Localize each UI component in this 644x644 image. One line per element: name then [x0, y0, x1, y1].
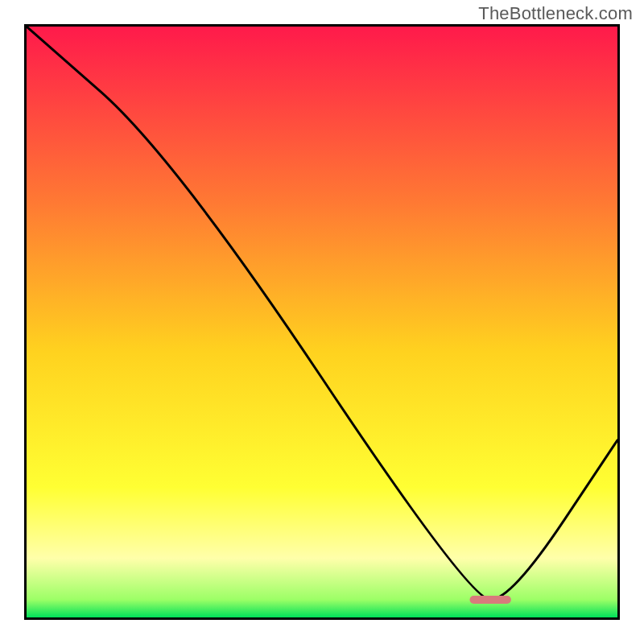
- plot-svg: [27, 27, 617, 617]
- watermark-label: TheBottleneck.com: [478, 3, 633, 24]
- gradient-background: [27, 27, 617, 617]
- optimal-range-marker: [470, 596, 511, 604]
- chart-container: TheBottleneck.com: [0, 0, 644, 644]
- plot-area: [24, 24, 620, 620]
